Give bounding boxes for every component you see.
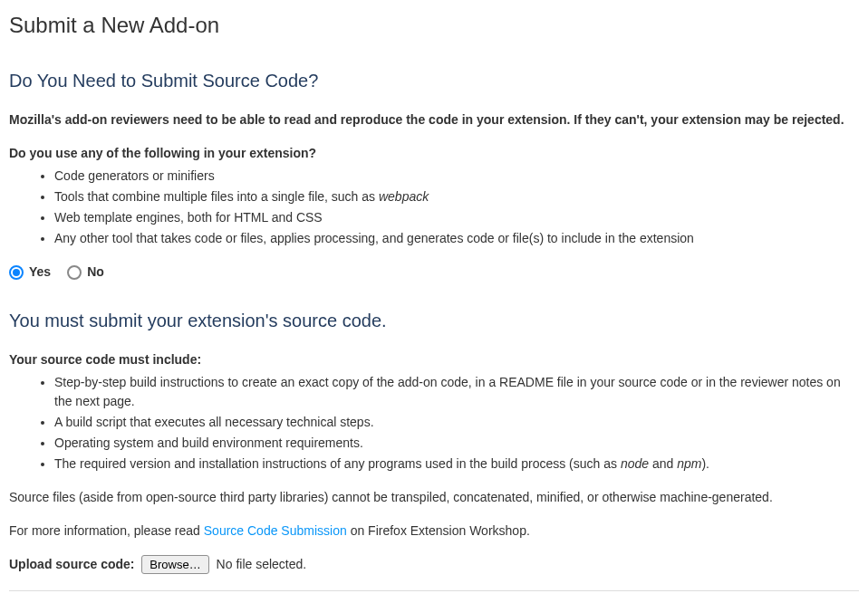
more-info-text: For more information, please read Source… [9, 522, 859, 541]
radio-icon [67, 265, 82, 280]
requirements-list: Step-by-step build instructions to creat… [9, 373, 859, 474]
section-source-code-heading: Do You Need to Submit Source Code? [9, 67, 859, 94]
radio-no[interactable]: No [67, 263, 104, 282]
page-title: Submit a New Add-on [9, 9, 859, 42]
tools-list: Code generators or minifiers Tools that … [9, 167, 859, 248]
radio-no-label: No [87, 263, 104, 282]
source-includes-label: Your source code must include: [9, 350, 859, 369]
source-files-note: Source files (aside from open-source thi… [9, 488, 859, 507]
upload-label: Upload source code: [9, 557, 134, 571]
list-item: Operating system and build environment r… [54, 434, 859, 453]
list-item: Step-by-step build instructions to creat… [54, 373, 859, 411]
list-item: Any other tool that takes code or files,… [54, 229, 859, 248]
reviewer-intro-text: Mozilla's add-on reviewers need to be ab… [9, 110, 859, 129]
radio-icon [9, 265, 24, 280]
list-item: Code generators or minifiers [54, 167, 859, 186]
no-file-text: No file selected. [217, 557, 307, 571]
upload-row: Upload source code: Browse… No file sele… [9, 555, 859, 574]
browse-button[interactable]: Browse… [141, 555, 208, 574]
list-item: Web template engines, both for HTML and … [54, 208, 859, 227]
radio-yes[interactable]: Yes [9, 263, 51, 282]
question-text: Do you use any of the following in your … [9, 144, 859, 163]
radio-yes-label: Yes [29, 263, 51, 282]
radio-group: Yes No [9, 263, 859, 282]
list-item: Tools that combine multiple files into a… [54, 187, 859, 206]
section-must-submit-heading: You must submit your extension's source … [9, 307, 859, 334]
source-code-submission-link[interactable]: Source Code Submission [204, 523, 347, 538]
list-item: A build script that executes all necessa… [54, 413, 859, 432]
divider [9, 590, 859, 591]
list-item: The required version and installation in… [54, 455, 859, 474]
